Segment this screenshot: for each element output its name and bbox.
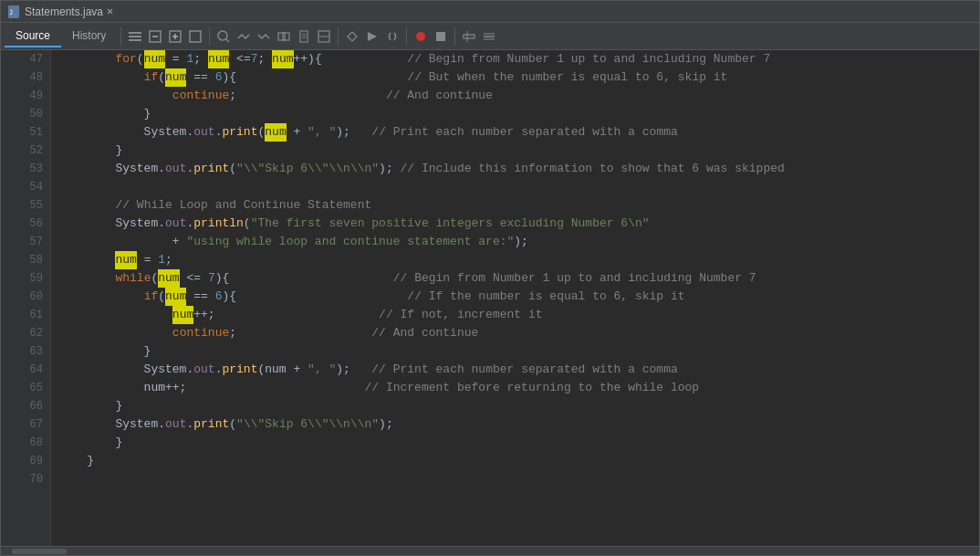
- close-tab-button[interactable]: ✕: [107, 5, 113, 18]
- line-num-68: 68: [1, 434, 50, 452]
- svg-rect-14: [283, 33, 289, 40]
- svg-rect-4: [129, 39, 141, 41]
- svg-rect-13: [278, 33, 285, 40]
- svg-text:J: J: [9, 9, 13, 16]
- code-line-66: }: [51, 397, 979, 415]
- code-area[interactable]: for(num = 1; num <=7; num++){ // Begin f…: [51, 50, 979, 546]
- toolbar-btn-14[interactable]: [412, 27, 430, 46]
- svg-rect-21: [436, 32, 445, 41]
- toolbar-btn-1[interactable]: [126, 27, 144, 46]
- svg-rect-10: [190, 31, 201, 42]
- tab-source[interactable]: Source: [5, 26, 61, 47]
- code-line-61: num++; // If not, increment it: [51, 306, 979, 324]
- code-line-48: if(num == 6){ // But when the number is …: [51, 68, 979, 87]
- svg-point-20: [416, 32, 425, 41]
- line-num-61: 61: [1, 306, 50, 324]
- toolbar-btn-9[interactable]: [295, 27, 313, 46]
- svg-line-12: [226, 39, 229, 42]
- toolbar-btn-8[interactable]: [275, 27, 293, 46]
- line-num-62: 62: [1, 324, 50, 342]
- line-num-63: 63: [1, 342, 50, 361]
- line-num-47: 47: [1, 50, 50, 68]
- toolbar-btn-6[interactable]: [235, 27, 253, 46]
- line-num-56: 56: [1, 215, 50, 233]
- toolbar: Source History: [1, 23, 979, 50]
- line-num-64: 64: [1, 361, 50, 379]
- svg-point-11: [218, 31, 227, 40]
- toolbar-btn-11[interactable]: [343, 27, 361, 46]
- svg-marker-19: [368, 32, 377, 41]
- code-line-52: }: [51, 142, 979, 160]
- code-line-54: [51, 178, 979, 196]
- separator-3: [338, 27, 339, 46]
- code-line-70: [51, 470, 979, 488]
- code-line-58: num = 1;: [51, 251, 979, 269]
- toolbar-btn-17[interactable]: [480, 27, 498, 46]
- code-line-65: num++; // Increment before returning to …: [51, 379, 979, 397]
- line-gutter: 47 48 49 50 51 52 53 54 55 56 57 58 59 6…: [1, 50, 51, 546]
- line-num-60: 60: [1, 288, 50, 306]
- line-num-55: 55: [1, 196, 50, 215]
- code-line-47: for(num = 1; num <=7; num++){ // Begin f…: [51, 50, 979, 68]
- svg-rect-22: [464, 35, 474, 38]
- line-num-48: 48: [1, 68, 50, 87]
- code-line-51: System.out.print(num + ", "); // Print e…: [51, 123, 979, 142]
- line-num-70: 70: [1, 470, 50, 488]
- code-line-67: System.out.print("\\"Skip 6\\"\\n\\n");: [51, 415, 979, 434]
- toolbar-btn-7[interactable]: [255, 27, 273, 46]
- line-num-51: 51: [1, 123, 50, 142]
- code-line-62: continue; // And continue: [51, 324, 979, 342]
- separator-1: [120, 27, 121, 46]
- code-line-56: System.out.println("The first seven posi…: [51, 215, 979, 233]
- line-num-57: 57: [1, 233, 50, 251]
- line-num-50: 50: [1, 105, 50, 123]
- code-line-57: + "using while loop and continue stateme…: [51, 233, 979, 251]
- main-window: J Statements.java ✕ Source History: [0, 0, 980, 556]
- toolbar-btn-4[interactable]: [186, 27, 204, 46]
- svg-rect-2: [129, 32, 141, 34]
- code-line-59: while(num <= 7){ // Begin from Number 1 …: [51, 269, 979, 288]
- line-num-49: 49: [1, 87, 50, 105]
- separator-2: [209, 27, 210, 46]
- code-line-64: System.out.print(num + ", "); // Print e…: [51, 361, 979, 379]
- code-line-60: if(num == 6){ // If the number is equal …: [51, 288, 979, 306]
- tab-history[interactable]: History: [61, 26, 117, 47]
- code-line-50: }: [51, 105, 979, 123]
- line-num-58: 58: [1, 251, 50, 269]
- code-line-63: }: [51, 342, 979, 361]
- code-line-55: // While Loop and Continue Statement: [51, 196, 979, 215]
- toolbar-btn-2[interactable]: [146, 27, 164, 46]
- line-num-66: 66: [1, 397, 50, 415]
- title-bar: J Statements.java ✕: [1, 1, 979, 23]
- code-line-49: continue; // And continue: [51, 87, 979, 105]
- toolbar-btn-3[interactable]: [166, 27, 184, 46]
- horizontal-scrollbar[interactable]: [1, 546, 979, 555]
- title-text: Statements.java: [25, 5, 103, 18]
- toolbar-btn-15[interactable]: [432, 27, 450, 46]
- line-num-67: 67: [1, 415, 50, 434]
- code-line-53: System.out.print("\\"Skip 6\\"\\n\\n"); …: [51, 160, 979, 178]
- line-num-69: 69: [1, 452, 50, 470]
- toolbar-btn-13[interactable]: [383, 27, 401, 46]
- toolbar-btn-12[interactable]: [363, 27, 381, 46]
- toolbar-btn-5[interactable]: [214, 27, 233, 46]
- line-num-54: 54: [1, 178, 50, 196]
- separator-4: [406, 27, 407, 46]
- toolbar-btn-16[interactable]: [460, 27, 478, 46]
- file-icon: J: [6, 5, 21, 19]
- svg-rect-3: [129, 36, 141, 37]
- code-line-68: }: [51, 434, 979, 452]
- line-num-59: 59: [1, 269, 50, 288]
- line-num-52: 52: [1, 142, 50, 160]
- scrollbar-thumb-horizontal[interactable]: [12, 549, 67, 554]
- line-num-65: 65: [1, 379, 50, 397]
- line-num-53: 53: [1, 160, 50, 178]
- editor-area: 47 48 49 50 51 52 53 54 55 56 57 58 59 6…: [1, 50, 979, 546]
- toolbar-btn-10[interactable]: [315, 27, 333, 46]
- code-line-69: }: [51, 452, 979, 470]
- separator-5: [454, 27, 455, 46]
